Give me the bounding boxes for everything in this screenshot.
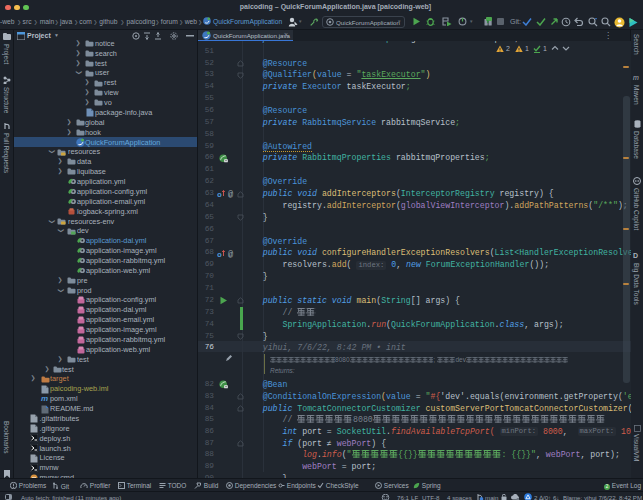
svg-text:@: @ xyxy=(228,249,233,257)
svg-text:@: @ xyxy=(228,190,233,198)
svg-text:o: o xyxy=(217,190,222,199)
svg-text:o: o xyxy=(217,249,222,258)
